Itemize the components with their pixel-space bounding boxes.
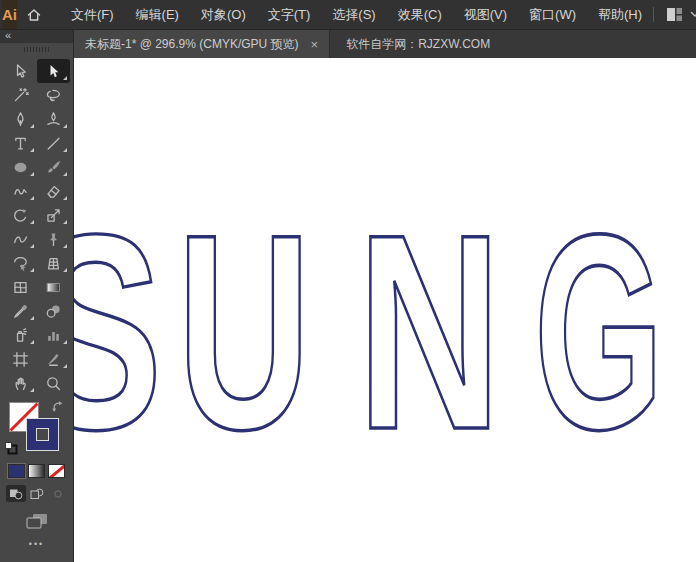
panel-drag-handle[interactable] (0, 43, 73, 56)
drawing-mode-buttons (0, 485, 73, 502)
default-swatches-icon (4, 441, 18, 455)
menu-item-edit[interactable]: 编辑(E) (125, 0, 190, 30)
none-button[interactable] (48, 464, 65, 478)
eyedropper-tool[interactable] (4, 299, 37, 323)
draw-inside-button[interactable] (48, 485, 68, 502)
selection-arrow-icon (12, 63, 29, 80)
perspective-grid-icon (45, 255, 62, 272)
blend-circles-icon (45, 303, 62, 320)
perspective-grid-tool[interactable] (37, 251, 70, 275)
home-icon (26, 7, 42, 23)
curvature-pen-icon (45, 111, 62, 128)
canvas-area[interactable]: S U N G (74, 58, 696, 562)
rotate-icon (12, 207, 29, 224)
illustrator-window: Ai 文件(F) 编辑(E) 对象(O) 文字(T) 选择(S) 效果(C) 视… (0, 0, 696, 562)
paintbrush-icon (45, 159, 62, 176)
workspace-icon (666, 7, 683, 22)
bar-chart-icon (45, 327, 62, 344)
menu-item-help[interactable]: 帮助(H) (587, 0, 653, 30)
letter-n[interactable]: N (357, 177, 502, 487)
zoom-tool[interactable] (37, 371, 70, 395)
letter-g[interactable]: G (534, 176, 664, 488)
gradient-swatch-icon (45, 279, 62, 296)
menu-item-view[interactable]: 视图(V) (453, 0, 518, 30)
width-tool[interactable] (4, 227, 37, 251)
letter-u[interactable]: U (177, 176, 311, 487)
pen-tool[interactable] (4, 107, 37, 131)
slice-tool[interactable] (37, 347, 70, 371)
pen-icon (12, 111, 29, 128)
slice-knife-icon (45, 351, 62, 368)
edit-toolbar-button[interactable]: ••• (0, 539, 73, 549)
home-button[interactable] (26, 7, 42, 23)
line-segment-tool[interactable] (37, 131, 70, 155)
default-fill-stroke-button[interactable] (4, 441, 18, 455)
menu-item-object[interactable]: 对象(O) (190, 0, 257, 30)
fill-stroke-controls (0, 400, 73, 460)
artboard-tool[interactable] (4, 347, 37, 371)
close-tab-icon[interactable]: × (311, 38, 319, 51)
ellipse-tool[interactable] (4, 155, 37, 179)
artwork-letters: S U N G (74, 58, 695, 562)
menu-bar: Ai 文件(F) 编辑(E) 对象(O) 文字(T) 选择(S) 效果(C) 视… (0, 0, 696, 30)
direct-selection-tool[interactable] (37, 59, 70, 83)
menu-item-file[interactable]: 文件(F) (60, 0, 125, 30)
symbol-sprayer-tool[interactable] (4, 323, 37, 347)
draw-normal-icon (9, 488, 23, 500)
gradient-button[interactable] (28, 464, 45, 478)
column-graph-tool[interactable] (37, 323, 70, 347)
rotate-tool[interactable] (4, 203, 37, 227)
stroke-swatch-navy[interactable] (26, 418, 59, 451)
tool-grid (0, 59, 73, 395)
magic-wand-tool[interactable] (4, 83, 37, 107)
spray-can-icon (12, 327, 29, 344)
draw-behind-button[interactable] (27, 485, 47, 502)
document-tab[interactable]: 未标题-1* @ 296.9% (CMYK/GPU 预览) × (74, 30, 330, 58)
draw-normal-button[interactable] (6, 485, 26, 502)
shape-builder-icon (12, 255, 29, 272)
swap-fill-stroke-button[interactable] (51, 400, 66, 414)
mesh-icon (12, 279, 29, 296)
workspace-switcher-button[interactable] (653, 7, 696, 22)
letter-s[interactable]: S (74, 177, 163, 487)
magnifier-icon (45, 375, 62, 392)
type-icon (12, 135, 29, 152)
puppet-warp-tool[interactable] (37, 227, 70, 251)
lasso-tool[interactable] (37, 83, 70, 107)
mesh-tool[interactable] (4, 275, 37, 299)
shaper-tool[interactable] (4, 179, 37, 203)
site-watermark-text: 软件自学网：RJZXW.COM (330, 30, 490, 58)
selection-tool[interactable] (4, 59, 37, 83)
color-button[interactable] (8, 464, 25, 478)
draw-inside-icon (51, 488, 65, 500)
hand-tool[interactable] (4, 371, 37, 395)
screen-mode-icon (26, 513, 48, 530)
tools-panel: « (0, 30, 74, 562)
eraser-icon (45, 183, 62, 200)
eraser-tool[interactable] (37, 179, 70, 203)
document-tab-title: 未标题-1* @ 296.9% (CMYK/GPU 预览) (85, 36, 299, 53)
menu-item-window[interactable]: 窗口(W) (518, 0, 587, 30)
menu-item-select[interactable]: 选择(S) (321, 0, 386, 30)
magic-wand-icon (12, 87, 29, 104)
document-tab-bar: 未标题-1* @ 296.9% (CMYK/GPU 预览) × 软件自学网：RJ… (74, 30, 696, 58)
blend-tool[interactable] (37, 299, 70, 323)
artboard-crop-icon (12, 351, 29, 368)
gradient-tool[interactable] (37, 275, 70, 299)
scale-tool[interactable] (37, 203, 70, 227)
menu-item-type[interactable]: 文字(T) (257, 0, 322, 30)
type-tool[interactable] (4, 131, 37, 155)
ellipse-icon (12, 159, 29, 176)
collapse-panel-button[interactable]: « (0, 30, 73, 43)
shape-builder-tool[interactable] (4, 251, 37, 275)
paintbrush-tool[interactable] (37, 155, 70, 179)
menu-item-effect[interactable]: 效果(C) (387, 0, 453, 30)
chevron-down-icon (690, 11, 696, 18)
curvature-tool[interactable] (37, 107, 70, 131)
line-icon (45, 135, 62, 152)
scale-icon (45, 207, 62, 224)
change-screen-mode-button[interactable] (0, 513, 73, 530)
stroke-ring-icon (26, 418, 59, 451)
hand-icon (12, 375, 29, 392)
direct-selection-arrow-icon (45, 63, 62, 80)
